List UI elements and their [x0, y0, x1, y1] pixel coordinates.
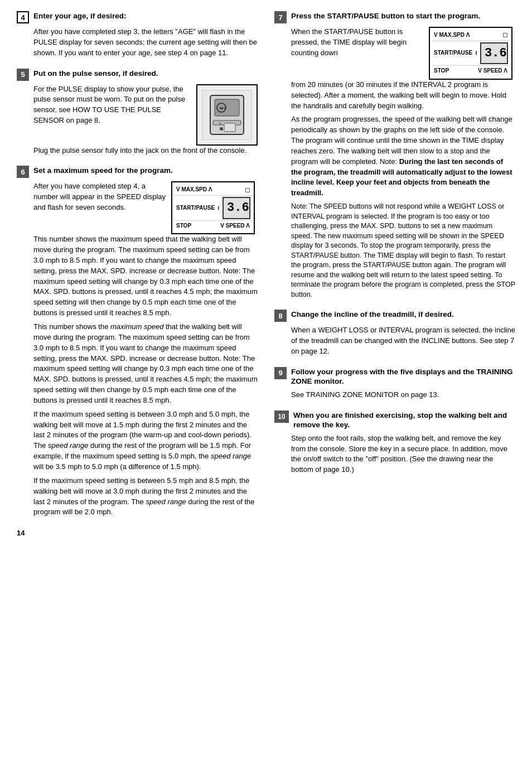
step-4-body: After you have completed step 3, the let…: [33, 27, 258, 59]
step-7-header: 7 Press the START/PAUSE button to start …: [274, 11, 515, 23]
stop-speed-row-6: STOP V SPEED Λ: [175, 221, 252, 231]
step-5-text2: Plug the pulse sensor fully into the jac…: [33, 146, 258, 156]
step-7-text-area: When the START/PAUSE button is pressed, …: [291, 27, 423, 62]
step-10-body: Step onto the foot rails, stop the walki…: [291, 433, 515, 475]
stop-label-7: STOP: [434, 67, 449, 75]
right-column: 7 Press the START/PAUSE button to start …: [274, 11, 515, 537]
step-5-header: 5 Put on the pulse sensor, if desired.: [17, 69, 258, 81]
step-9-title: Follow your progress with the five displ…: [291, 367, 515, 387]
step-8-text1: When a WEIGHT LOSS or INTERVAL program i…: [291, 325, 515, 357]
svg-text:G-: G-: [219, 122, 223, 125]
startpause-label-7: START/PAUSE: [434, 49, 472, 57]
speed-display-6: 3.6: [223, 197, 250, 219]
step-7-content: When the START/PAUSE button is pressed, …: [291, 27, 515, 80]
step-7-number: 7: [274, 11, 287, 23]
step-7-console: V MAX.SPD Λ START/PAUSE 3.6 STOP V SPEED…: [429, 27, 515, 80]
indicator-6a: [245, 188, 250, 192]
step-9-text1: See TRAINING ZONE MONITOR on page 13.: [291, 390, 515, 400]
step-4-title: Enter your age, if desired:: [33, 11, 127, 21]
left-column: 4 Enter your age, if desired: After you …: [17, 11, 258, 537]
step-8-number: 8: [274, 310, 287, 322]
step-6-text-area: After you have completed step 4, a numbe…: [33, 181, 166, 216]
step-6-text3: This number shows the maximum speed that…: [33, 322, 258, 406]
step-7-body: When the START/PAUSE button is pressed, …: [291, 27, 515, 300]
step-6-text2: This number shows the maximum speed that…: [33, 234, 258, 318]
step-10-title: When you are finished exercising, stop t…: [293, 411, 515, 430]
step-4-number: 4: [17, 11, 29, 23]
startpause-label-6: START/PAUSE: [176, 204, 215, 213]
step-6-body: After you have completed step 4, a numbe…: [33, 181, 258, 518]
step-7-text3: As the program progresses, the speed of …: [291, 114, 515, 199]
indicator-7a: [503, 33, 507, 37]
step-9-body: See TRAINING ZONE MONITOR on page 13.: [291, 390, 515, 400]
svg-text:W-U: W-U: [220, 107, 226, 110]
maxspd-row-7: V MAX.SPD Λ: [432, 30, 509, 41]
speed-label-6: V SPEED Λ: [220, 222, 250, 230]
step-6-console: V MAX.SPD Λ START/PAUSE 3.6 STOP V SPEED…: [171, 181, 258, 234]
step-8-header: 8 Change the incline of the treadmill, i…: [274, 310, 515, 322]
step-7-block: 7 Press the START/PAUSE button to start …: [274, 11, 515, 300]
step-10-number: 10: [274, 411, 289, 423]
page-number: 14: [17, 529, 258, 537]
maxspd-label-6: V MAX.SPD Λ: [176, 186, 212, 194]
step-10-text1: Step onto the foot rails, stop the walki…: [291, 433, 515, 475]
step-5-text-area: For the PULSE display to show your pulse…: [33, 84, 191, 129]
page-container: 4 Enter your age, if desired: After you …: [17, 11, 515, 537]
step-7-text4: Note: The SPEED buttons will not respond…: [291, 202, 515, 300]
step-5-text1: For the PULSE display to show your pulse…: [33, 84, 191, 126]
step-8-block: 8 Change the incline of the treadmill, i…: [274, 310, 515, 357]
step-10-block: 10 When you are finished exercising, sto…: [274, 411, 515, 475]
step-6-header: 6 Set a maximum speed for the program.: [17, 166, 258, 178]
step-7-text1: When the START/PAUSE button is pressed, …: [291, 27, 423, 59]
step-7-text2: from 20 minutes (or 30 minutes if the IN…: [291, 80, 515, 112]
step-9-header: 9 Follow your progress with the five dis…: [274, 367, 515, 387]
step-8-body: When a WEIGHT LOSS or INTERVAL program i…: [291, 325, 515, 357]
stop-label-6: STOP: [176, 222, 191, 230]
step-5-content: For the PULSE display to show your pulse…: [33, 84, 258, 146]
step-6-block: 6 Set a maximum speed for the program. A…: [17, 166, 258, 518]
step-4-block: 4 Enter your age, if desired: After you …: [17, 11, 258, 59]
step-8-title: Change the incline of the treadmill, if …: [291, 310, 454, 320]
step-5-number: 5: [17, 69, 29, 81]
svg-rect-7: [224, 123, 235, 132]
sensor-svg: W-U G-: [205, 93, 249, 137]
indicator-6b: [218, 206, 219, 210]
step-6-text5: If the maximum speed setting is between …: [33, 476, 258, 518]
maxspd-label-7: V MAX.SPD Λ: [434, 31, 470, 40]
step-6-number: 6: [17, 166, 29, 178]
step-10-header: 10 When you are finished exercising, sto…: [274, 411, 515, 430]
stop-speed-row-7: STOP V SPEED Λ: [432, 66, 509, 76]
startpause-row-7: START/PAUSE 3.6: [432, 41, 509, 66]
step-9-number: 9: [274, 367, 287, 379]
step-6-text1: After you have completed step 4, a numbe…: [33, 181, 166, 213]
step-9-block: 9 Follow your progress with the five dis…: [274, 367, 515, 400]
sensor-icon: W-U G-: [202, 90, 252, 140]
step-4-text1: After you have completed step 3, the let…: [33, 27, 258, 59]
maxspd-row-6: V MAX.SPD Λ: [175, 185, 252, 196]
indicator-7b: [476, 51, 477, 55]
step-5-title: Put on the pulse sensor, if desired.: [33, 69, 158, 79]
step-6-title: Set a maximum speed for the program.: [33, 166, 173, 176]
pulse-sensor-image: W-U G-: [196, 84, 258, 146]
step-4-header: 4 Enter your age, if desired:: [17, 11, 258, 23]
speed-label-7: V SPEED Λ: [478, 67, 507, 75]
step-7-title: Press the START/PAUSE button to start th…: [291, 11, 480, 21]
step-6-text4: If the maximum speed setting is between …: [33, 409, 258, 472]
step-5-body: For the PULSE display to show your pulse…: [33, 84, 258, 156]
step-6-content: After you have completed step 4, a numbe…: [33, 181, 258, 234]
step-5-block: 5 Put on the pulse sensor, if desired. F…: [17, 69, 258, 156]
svg-point-6: [220, 127, 223, 131]
svg-rect-1: [215, 99, 239, 116]
startpause-row-6: START/PAUSE 3.6: [175, 196, 252, 221]
console-display-7: V MAX.SPD Λ START/PAUSE 3.6 STOP V SPEED…: [429, 27, 512, 80]
console-display-6: V MAX.SPD Λ START/PAUSE 3.6 STOP V SPEED…: [171, 181, 255, 234]
speed-display-7: 3.6: [480, 42, 508, 65]
